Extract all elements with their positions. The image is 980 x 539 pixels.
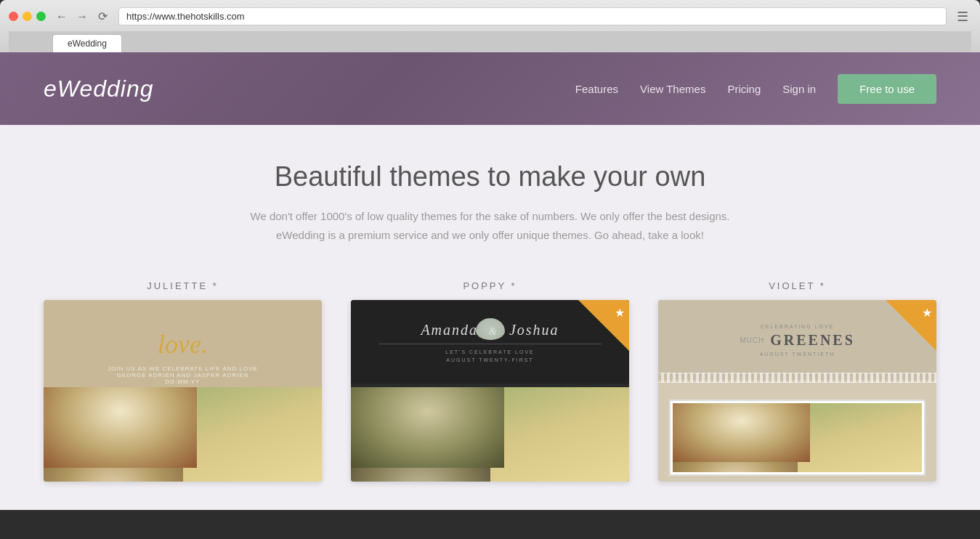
menu-button[interactable]: ☰ bbox=[954, 8, 971, 25]
violet-photo-frame bbox=[669, 400, 926, 476]
hero-title: Beautiful themes to make your own bbox=[44, 161, 936, 192]
poppy-subtitle1: LET'S CELEBRATE LOVE bbox=[445, 349, 535, 354]
featured-star-poppy: ★ bbox=[615, 306, 625, 320]
theme-poppy[interactable]: POPPY * ★ Amanda & Joshua LET'S CELEBRAT… bbox=[351, 280, 629, 482]
logo: eWedding bbox=[44, 76, 154, 102]
address-bar[interactable] bbox=[118, 7, 947, 25]
juliette-small-text: JOIN US AS WE CELEBRATE LIFE AND LOVE GE… bbox=[44, 365, 322, 385]
person-left-poppy bbox=[351, 387, 504, 468]
theme-juliette-name: JULIETTE * bbox=[147, 280, 219, 291]
juliette-love-text: love. bbox=[44, 329, 322, 360]
theme-juliette-card[interactable]: love. JOIN US AS WE CELEBRATE LIFE AND L… bbox=[44, 300, 322, 482]
couple-photo-violet bbox=[673, 403, 922, 472]
nav-features[interactable]: Features bbox=[575, 83, 618, 95]
theme-violet-card[interactable]: ★ CELEBRATING LOVE MUCH GREENES AUGUST T… bbox=[658, 300, 936, 482]
couple-photo-poppy bbox=[351, 387, 629, 482]
navbar: eWedding Features View Themes Pricing Si… bbox=[0, 52, 980, 125]
traffic-lights bbox=[9, 12, 46, 21]
nav-pricing[interactable]: Pricing bbox=[727, 83, 761, 95]
browser-tab[interactable]: eWedding bbox=[52, 34, 122, 52]
violet-date: AUGUST TWENTIETH bbox=[760, 352, 835, 357]
theme-juliette[interactable]: JULIETTE * love. JOIN US AS WE CELEBRATE… bbox=[44, 280, 322, 482]
violet-much: MUCH bbox=[740, 336, 764, 344]
theme-violet[interactable]: VIOLET * ★ CELEBRATING LOVE MUCH GREENES… bbox=[658, 280, 936, 482]
couple-photo-juliette bbox=[44, 387, 322, 482]
maximize-button[interactable] bbox=[36, 12, 46, 21]
forward-button[interactable]: → bbox=[73, 8, 91, 25]
theme-violet-name: VIOLET * bbox=[769, 280, 826, 291]
nav-sign-in[interactable]: Sign in bbox=[782, 83, 816, 95]
nav-links: Features View Themes Pricing Sign in Fre… bbox=[575, 74, 936, 104]
theme-juliette-content: love. JOIN US AS WE CELEBRATE LIFE AND L… bbox=[44, 329, 322, 385]
browser-controls: ← → ⟳ ☰ bbox=[9, 7, 971, 25]
minimize-button[interactable] bbox=[23, 12, 32, 21]
violet-names: GREENES bbox=[770, 332, 855, 349]
theme-poppy-card[interactable]: ★ Amanda & Joshua LET'S CELEBRATE LOVE A… bbox=[351, 300, 629, 482]
theme-poppy-name: POPPY * bbox=[463, 280, 517, 291]
themes-grid: JULIETTE * love. JOIN US AS WE CELEBRATE… bbox=[44, 280, 936, 482]
logo-text: eWedding bbox=[44, 76, 154, 102]
poppy-photo bbox=[351, 387, 629, 482]
featured-star-violet: ★ bbox=[922, 306, 932, 320]
flower-decoration bbox=[476, 318, 505, 340]
violet-celebrating: CELEBRATING LOVE bbox=[761, 324, 835, 329]
back-button[interactable]: ← bbox=[53, 8, 70, 25]
cta-button[interactable]: Free to use bbox=[838, 74, 936, 104]
poppy-subtitle2: AUGUST TWENTY-FIRST bbox=[446, 357, 533, 362]
juliette-photo bbox=[44, 387, 322, 482]
reload-button[interactable]: ⟳ bbox=[94, 8, 111, 25]
person-left bbox=[44, 387, 197, 468]
close-button[interactable] bbox=[9, 12, 18, 21]
person-right-violet bbox=[673, 462, 798, 472]
hero-description: We don't offer 1000's of low quality the… bbox=[243, 207, 737, 244]
hero-section: Beautiful themes to make your own We don… bbox=[0, 125, 980, 266]
lace-strip bbox=[658, 373, 936, 383]
nav-view-themes[interactable]: View Themes bbox=[640, 83, 705, 95]
browser-chrome: ← → ⟳ ☰ eWedding bbox=[0, 0, 980, 52]
nav-buttons: ← → ⟳ bbox=[53, 8, 111, 25]
themes-section: JULIETTE * love. JOIN US AS WE CELEBRATE… bbox=[0, 266, 980, 496]
tab-bar: eWedding bbox=[9, 31, 971, 52]
person-right bbox=[44, 468, 183, 482]
page-content: eWedding Features View Themes Pricing Si… bbox=[0, 52, 980, 510]
person-left-violet bbox=[673, 403, 810, 462]
poppy-divider bbox=[378, 344, 601, 344]
person-right-poppy bbox=[351, 468, 490, 482]
